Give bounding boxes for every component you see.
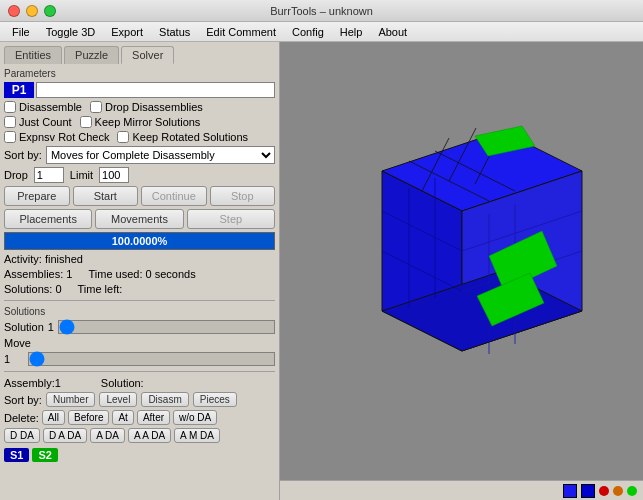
delete-before-button[interactable]: Before <box>68 410 109 425</box>
expnsv-rot-checkbox[interactable] <box>4 131 16 143</box>
delete-all-button[interactable]: All <box>42 410 65 425</box>
drop-disassemblies-checkbox[interactable] <box>90 101 102 113</box>
drop-input[interactable] <box>34 167 64 183</box>
checkbox-keep-mirror: Keep Mirror Solutions <box>80 116 201 128</box>
activity-value: finished <box>45 253 83 265</box>
nav-buttons-row: Placements Movements Step <box>4 209 275 229</box>
keep-mirror-checkbox[interactable] <box>80 116 92 128</box>
menu-status[interactable]: Status <box>151 24 198 40</box>
green-dot-icon <box>627 486 637 496</box>
delete-row-2: D DA D A DA A DA A A DA A M DA <box>4 428 275 443</box>
param-input[interactable] <box>36 82 275 98</box>
stats-row-1: Assemblies: 1 Time used: 0 seconds <box>4 268 275 280</box>
parameters-label: Parameters <box>4 68 275 79</box>
delete-after-button[interactable]: After <box>137 410 170 425</box>
tab-bar: Entities Puzzle Solver <box>0 42 279 64</box>
close-button[interactable] <box>8 5 20 17</box>
sort-by-select[interactable]: Moves for Complete Disassembly Number of… <box>46 146 275 164</box>
delete-ada-button[interactable]: A DA <box>90 428 125 443</box>
action-buttons-row: Prepare Start Continue Stop <box>4 186 275 206</box>
param-row: P1 <box>4 82 275 98</box>
menu-bar: File Toggle 3D Export Status Edit Commen… <box>0 22 643 42</box>
solutions-stat: Solutions: 0 <box>4 283 62 295</box>
blue-icon-2 <box>581 484 595 498</box>
solution-badges-row: S1 S2 <box>4 446 275 464</box>
menu-config[interactable]: Config <box>284 24 332 40</box>
title-bar: BurrTools – unknown <box>0 0 643 22</box>
checkbox-disassemble: Disassemble <box>4 101 82 113</box>
checkbox-expnsv: Expnsv Rot Check <box>4 131 109 143</box>
sort-level-button[interactable]: Level <box>99 392 137 407</box>
stats-row-2: Solutions: 0 Time left: <box>4 283 275 295</box>
maximize-button[interactable] <box>44 5 56 17</box>
menu-about[interactable]: About <box>370 24 415 40</box>
disassemble-checkbox[interactable] <box>4 101 16 113</box>
solution-label: Solution <box>4 321 44 333</box>
delete-at-button[interactable]: At <box>112 410 133 425</box>
progress-text: 100.0000% <box>112 235 168 247</box>
drop-label: Drop <box>4 169 28 181</box>
menu-file[interactable]: File <box>4 24 38 40</box>
divider-1 <box>4 300 275 301</box>
minimize-button[interactable] <box>26 5 38 17</box>
menu-export[interactable]: Export <box>103 24 151 40</box>
assemblies-stat: Assemblies: 1 <box>4 268 72 280</box>
solution-value: 1 <box>48 321 54 333</box>
continue-button[interactable]: Continue <box>141 186 207 206</box>
time-left-stat: Time left: <box>78 283 123 295</box>
time-used-stat: Time used: 0 seconds <box>88 268 195 280</box>
drop-limit-row: Drop Limit <box>4 167 275 183</box>
sort-pieces-button[interactable]: Pieces <box>193 392 237 407</box>
prepare-button[interactable]: Prepare <box>4 186 70 206</box>
move-slider[interactable] <box>28 352 275 366</box>
checkbox-just-count: Just Count <box>4 116 72 128</box>
solution-badge-s2[interactable]: S2 <box>32 448 57 462</box>
tab-puzzle[interactable]: Puzzle <box>64 46 119 64</box>
red-dot-icon <box>599 486 609 496</box>
delete-dda-button[interactable]: D DA <box>4 428 40 443</box>
sort-by-label-2: Sort by: <box>4 394 42 406</box>
delete-label: Delete: <box>4 412 39 424</box>
solutions-section-label: Solutions <box>4 306 275 317</box>
step-button[interactable]: Step <box>187 209 275 229</box>
solution-badge-s1[interactable]: S1 <box>4 448 29 462</box>
param-id: P1 <box>4 82 34 98</box>
sort-row: Sort by: Moves for Complete Disassembly … <box>4 146 275 164</box>
panel-content: Parameters P1 Disassemble Drop Disassemb… <box>0 64 279 500</box>
checkbox-row-2: Just Count Keep Mirror Solutions <box>4 116 275 128</box>
limit-label: Limit <box>70 169 93 181</box>
main-content: Entities Puzzle Solver Parameters P1 Dis… <box>0 42 643 500</box>
checkbox-row-3: Expnsv Rot Check Keep Rotated Solutions <box>4 131 275 143</box>
solution-text: Solution: <box>101 377 144 389</box>
limit-input[interactable] <box>99 167 129 183</box>
placements-button[interactable]: Placements <box>4 209 92 229</box>
keep-rotated-checkbox[interactable] <box>117 131 129 143</box>
start-button[interactable]: Start <box>73 186 139 206</box>
sort-number-button[interactable]: Number <box>46 392 96 407</box>
left-panel: Entities Puzzle Solver Parameters P1 Dis… <box>0 42 280 500</box>
checkbox-drop-disassemblies: Drop Disassemblies <box>90 101 203 113</box>
window-title: BurrTools – unknown <box>270 5 373 17</box>
movements-button[interactable]: Movements <box>95 209 183 229</box>
menu-toggle3d[interactable]: Toggle 3D <box>38 24 104 40</box>
assembly-label: Assembly:1 <box>4 377 61 389</box>
stop-button[interactable]: Stop <box>210 186 276 206</box>
window-controls <box>8 5 56 17</box>
tab-entities[interactable]: Entities <box>4 46 62 64</box>
solution-slider[interactable] <box>58 320 275 334</box>
move-slider-row: 1 <box>4 352 275 366</box>
delete-aada-button[interactable]: A A DA <box>128 428 171 443</box>
sort-disasm-button[interactable]: Disasm <box>141 392 188 407</box>
cube-canvas <box>280 42 643 480</box>
just-count-checkbox[interactable] <box>4 116 16 128</box>
progress-bar: 100.0000% <box>4 232 275 250</box>
tab-solver[interactable]: Solver <box>121 46 174 64</box>
menu-edit-comment[interactable]: Edit Comment <box>198 24 284 40</box>
checkbox-row-1: Disassemble Drop Disassemblies <box>4 101 275 113</box>
delete-dada-button[interactable]: D A DA <box>43 428 87 443</box>
menu-help[interactable]: Help <box>332 24 371 40</box>
activity-row: Activity: finished <box>4 253 275 265</box>
delete-row: Delete: All Before At After w/o DA <box>4 410 275 425</box>
delete-amda-button[interactable]: A M DA <box>174 428 220 443</box>
delete-woda-button[interactable]: w/o DA <box>173 410 217 425</box>
